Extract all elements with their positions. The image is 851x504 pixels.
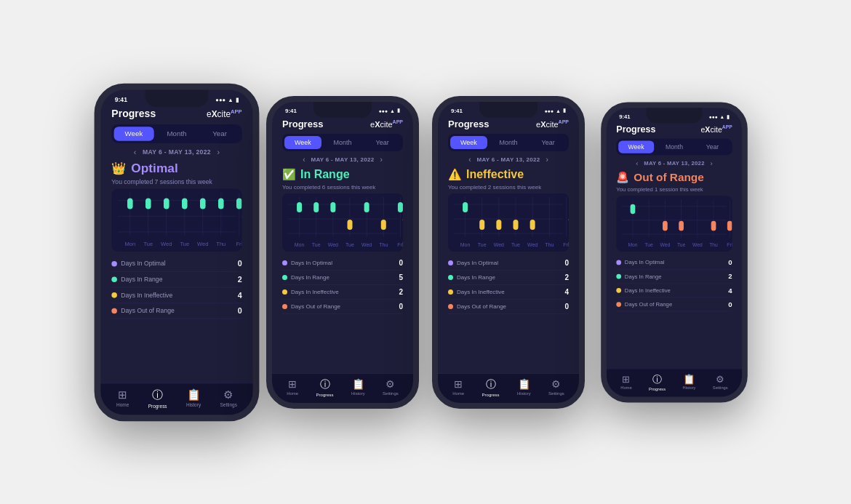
stat-row: Days Out of Range 0: [448, 300, 569, 314]
chart-area: MonTueWedTueWedThuFriIn RangeOut of Rang…: [607, 196, 742, 252]
chart-area: MonTueWedTueWedThuFriIn RangeOut of Rang…: [272, 193, 413, 252]
nav-icon-settings: ⚙: [716, 373, 724, 384]
svg-rect-66: [530, 220, 535, 230]
nav-label-history: History: [186, 402, 201, 407]
svg-rect-36: [297, 202, 302, 212]
svg-rect-38: [330, 202, 335, 212]
next-date-button[interactable]: ›: [710, 159, 712, 167]
date-range-label: MAY 6 - MAY 13, 2022: [477, 156, 540, 163]
nav-icon-progress: ⓘ: [486, 378, 496, 391]
header-title: Progress: [616, 124, 655, 134]
stat-value: 5: [399, 273, 403, 281]
nav-item-home[interactable]: ⊞ Home: [287, 378, 298, 397]
tab-month[interactable]: Month: [490, 136, 527, 149]
stat-row: Days In Ineffective 4: [448, 285, 569, 300]
stat-row: Days In Optimal 0: [616, 255, 732, 269]
stat-label: Days In Ineffective: [121, 292, 172, 299]
nav-item-history[interactable]: 📋 History: [683, 373, 696, 391]
nav-item-history[interactable]: 📋 History: [186, 388, 201, 408]
stat-label: Days In Range: [121, 276, 162, 283]
sessions-text: You completed 7 sessions this week: [100, 178, 253, 188]
svg-text:Tue: Tue: [478, 242, 487, 247]
tab-year[interactable]: Year: [695, 140, 730, 153]
nav-item-progress[interactable]: ⓘ Progress: [649, 373, 666, 391]
svg-text:Mon: Mon: [628, 242, 637, 247]
nav-icon-history: 📋: [518, 378, 530, 390]
tab-week[interactable]: Week: [450, 136, 487, 149]
nav-item-home[interactable]: ⊞ Home: [620, 373, 631, 391]
tab-month[interactable]: Month: [657, 140, 692, 153]
nav-item-settings[interactable]: ⚙ Settings: [713, 373, 728, 391]
prev-date-button[interactable]: ‹: [134, 148, 137, 156]
nav-icon-history: 📋: [352, 378, 364, 390]
nav-label-history: History: [683, 385, 696, 390]
svg-rect-37: [313, 202, 319, 212]
status-icon: 🚨: [616, 171, 629, 183]
stat-value: 0: [564, 259, 569, 267]
battery-icon: ▮: [397, 108, 400, 113]
stat-value: 0: [238, 259, 242, 268]
tab-week[interactable]: Week: [284, 136, 321, 149]
stat-row: Days Out of Range 0: [616, 297, 732, 311]
svg-text:In Range: In Range: [732, 209, 732, 224]
nav-item-progress[interactable]: ⓘ Progress: [316, 378, 334, 397]
phone-outofrange: 9:41 ●●● ▲ ▮ Progress eXciteAPP WeekMont…: [598, 96, 751, 409]
tab-month[interactable]: Month: [324, 136, 361, 149]
svg-text:Wed: Wed: [328, 242, 338, 247]
signal-icon: ●●●: [378, 108, 388, 113]
tab-week[interactable]: Week: [618, 140, 654, 153]
signal-icon: ●●●: [544, 108, 554, 113]
stat-value: 4: [238, 290, 242, 299]
tab-month[interactable]: Month: [157, 127, 197, 140]
prev-date-button[interactable]: ‹: [636, 159, 638, 167]
chart-area: MonTueWedTueWedThuFriIn RangeOut of Rang…: [100, 188, 253, 251]
nav-item-home[interactable]: ⊞ Home: [452, 378, 464, 397]
tab-year[interactable]: Year: [200, 127, 240, 140]
next-date-button[interactable]: ›: [380, 156, 382, 164]
svg-text:Tue: Tue: [345, 242, 354, 247]
nav-item-settings[interactable]: ⚙ Settings: [383, 378, 399, 397]
nav-item-progress[interactable]: ⓘ Progress: [482, 378, 500, 397]
svg-text:Tue: Tue: [677, 242, 686, 247]
stat-dot: [111, 292, 117, 298]
phone-inrange: 9:41 ●●● ▲ ▮ Progress eXciteAPP WeekMont…: [266, 96, 419, 409]
svg-text:Tue: Tue: [511, 242, 520, 247]
tab-year[interactable]: Year: [364, 136, 401, 149]
nav-item-settings[interactable]: ⚙ Settings: [220, 388, 236, 408]
signal-icon: ●●●: [708, 113, 717, 119]
wifi-icon: ▲: [719, 113, 724, 119]
sessions-text: You completed 6 sessions this week: [272, 184, 413, 193]
status-title: Out of Range: [634, 171, 703, 183]
nav-item-progress[interactable]: ⓘ Progress: [148, 388, 167, 408]
nav-label-home: Home: [620, 385, 631, 390]
svg-rect-41: [348, 220, 353, 230]
status-title: Ineffective: [466, 168, 524, 181]
stat-label: Days In Range: [625, 273, 662, 279]
nav-icon-progress: ⓘ: [320, 378, 330, 391]
nav-item-history[interactable]: 📋 History: [351, 378, 365, 397]
status-title: In Range: [300, 168, 350, 181]
svg-rect-86: [631, 204, 636, 213]
nav-item-home[interactable]: ⊞ Home: [116, 388, 129, 408]
prev-date-button[interactable]: ‹: [468, 156, 471, 164]
status-time: 9:41: [285, 108, 297, 114]
svg-rect-42: [381, 220, 386, 230]
nav-icon-home: ⊞: [118, 388, 127, 400]
nav-item-settings[interactable]: ⚙ Settings: [548, 378, 564, 397]
stat-dot: [448, 304, 453, 309]
svg-text:Out of Range: Out of Range: [241, 221, 242, 244]
stat-row: Days In Ineffective 4: [616, 284, 732, 297]
nav-icon-settings: ⚙: [551, 378, 561, 390]
nav-label-progress: Progress: [316, 393, 334, 397]
stat-value: 0: [399, 303, 403, 311]
svg-text:Tue: Tue: [180, 241, 189, 247]
tab-year[interactable]: Year: [530, 136, 567, 149]
next-date-button[interactable]: ›: [217, 148, 220, 156]
nav-item-history[interactable]: 📋 History: [517, 378, 531, 397]
prev-date-button[interactable]: ‹: [303, 156, 305, 164]
nav-label-progress: Progress: [148, 404, 167, 408]
stat-value: 0: [564, 303, 569, 311]
next-date-button[interactable]: ›: [546, 156, 548, 164]
stat-dot: [111, 276, 117, 282]
tab-week[interactable]: Week: [114, 127, 154, 140]
